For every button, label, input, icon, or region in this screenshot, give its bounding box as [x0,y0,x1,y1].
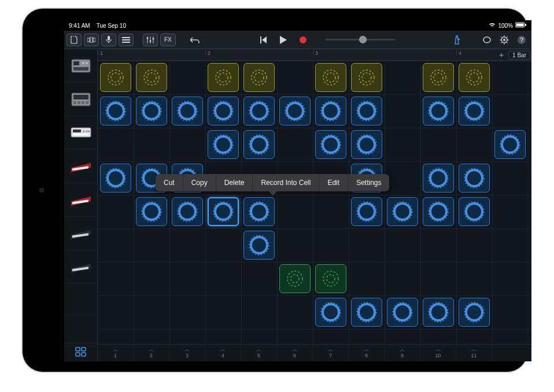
document-button[interactable] [67,34,82,46]
context-menu-edit[interactable]: Edit [319,174,348,191]
context-menu-settings[interactable]: Settings [348,174,389,191]
svg-point-12 [153,38,154,39]
column-trigger[interactable]: ︿7 [313,345,349,361]
loop-cell[interactable] [208,130,239,159]
loop-cell[interactable] [423,164,454,193]
context-menu-delete[interactable]: Delete [216,174,253,191]
fx-button[interactable]: FX [160,34,176,46]
metronome-button[interactable] [449,34,464,46]
loop-cell[interactable] [351,97,382,125]
loop-cell[interactable] [315,264,346,293]
svg-rect-27 [82,101,84,104]
chevron-up-icon: ︿ [256,347,262,352]
loop-cell[interactable] [387,197,418,226]
add-column-button[interactable]: + [497,50,506,60]
loop-cell[interactable] [351,130,382,159]
svg-rect-25 [73,101,76,104]
loop-cell[interactable] [279,97,311,125]
column-trigger[interactable]: ︿4 [205,345,241,361]
loop-cell[interactable] [315,298,346,327]
track-header-row-8[interactable] [64,284,97,315]
loop-cell[interactable] [459,63,490,92]
loop-cell[interactable] [136,197,167,226]
column-number: 6 [293,353,296,358]
loop-cell[interactable] [315,97,346,125]
bar-length-label[interactable]: 1 Bar [508,51,530,60]
loop-cell[interactable] [172,197,203,226]
loop-cell[interactable] [315,63,346,92]
loop-cell[interactable] [136,97,167,125]
loop-cell[interactable] [172,97,203,125]
help-button[interactable]: ? [514,34,529,46]
loop-cell[interactable] [100,164,131,193]
live-loops-view-button[interactable] [64,343,97,361]
svg-point-20 [82,62,84,64]
column-trigger[interactable]: ︿10 [420,345,456,361]
loop-cell[interactable] [423,197,454,226]
volume-thumb[interactable] [359,36,367,43]
column-trigger[interactable]: ︿3 [169,345,205,361]
loop-cell[interactable] [279,264,311,293]
loop-button[interactable] [479,34,494,46]
loop-cell[interactable] [351,298,382,327]
loop-cell[interactable] [243,63,275,92]
column-trigger[interactable]: ︿6 [277,345,313,361]
record-button[interactable] [296,34,311,46]
undo-button[interactable] [187,34,202,46]
loop-cell[interactable] [100,97,131,125]
loop-cell[interactable] [423,97,454,125]
play-button[interactable] [276,34,291,46]
track-header-drum-machine-2[interactable] [64,83,97,116]
microphone-button[interactable] [101,34,116,46]
column-trigger[interactable]: ︿5 [241,345,277,361]
track-header-keyboard-red-2[interactable] [64,183,97,217]
loop-cell[interactable] [208,97,239,125]
settings-button[interactable] [497,34,512,46]
cell-grid[interactable] [98,61,531,344]
loop-cell[interactable] [100,63,131,92]
browser-button[interactable] [84,34,99,46]
loop-cell[interactable] [208,63,239,92]
loop-cell[interactable] [243,231,275,260]
volume-slider[interactable] [326,39,395,40]
column-trigger[interactable]: ︿2 [134,345,169,361]
loop-cell[interactable] [423,63,454,92]
ruler: 1234 + 1 Bar [98,49,531,61]
loop-cell[interactable] [459,164,490,193]
svg-point-59 [108,103,124,119]
svg-point-21 [86,62,88,64]
column-trigger[interactable]: ︿8 [349,345,385,361]
track-header-keyboard-dark-2[interactable] [64,250,97,284]
loop-cell[interactable] [208,197,239,226]
context-menu-copy[interactable]: Copy [183,174,216,191]
column-trigger[interactable]: ︿9 [385,345,420,361]
loop-cell[interactable] [243,197,275,226]
loop-cell[interactable] [243,97,275,125]
loop-cell[interactable] [351,63,382,92]
track-header-keyboard-dark-1[interactable] [64,217,97,250]
track-header-sampler[interactable] [64,116,97,150]
loop-cell[interactable] [243,130,275,159]
loop-cell[interactable] [459,197,490,226]
column-trigger[interactable]: ︿11 [456,345,492,361]
loop-cell[interactable] [423,298,454,327]
mixer-button[interactable] [143,34,158,46]
loop-cell[interactable] [459,97,490,125]
svg-point-66 [359,103,375,119]
loop-cell[interactable] [387,298,418,327]
loop-cell[interactable] [315,130,346,159]
loop-cell[interactable] [136,63,167,92]
chevron-up-icon: ︿ [328,347,334,352]
loop-cell[interactable] [494,130,526,159]
svg-point-63 [251,103,267,119]
rewind-button[interactable] [256,34,271,46]
context-menu-record-into-cell[interactable]: Record Into Cell [253,174,319,191]
track-header-drum-machine-1[interactable] [64,49,97,83]
svg-point-44 [111,73,120,82]
tracks-view-button[interactable] [119,34,134,46]
column-trigger[interactable]: ︿1 [98,345,134,361]
loop-cell[interactable] [459,298,490,327]
context-menu-cut[interactable]: Cut [156,174,183,191]
loop-cell[interactable] [351,197,382,226]
track-header-keyboard-red-1[interactable] [64,150,97,183]
